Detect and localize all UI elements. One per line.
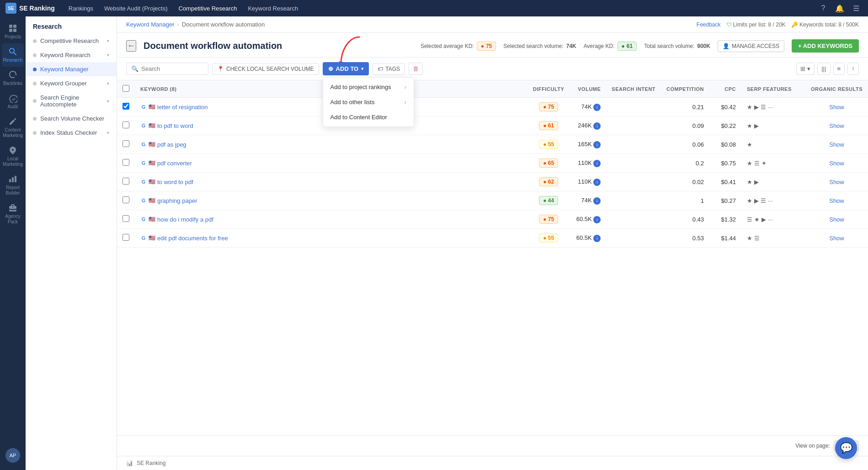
keyword-link[interactable]: graphing paper — [157, 197, 197, 204]
feedback-link[interactable]: Feedback — [697, 21, 721, 28]
chat-fab-button[interactable]: 💬 — [835, 437, 857, 459]
bottom-bar: 📊 SE Ranking — [117, 456, 868, 470]
dropdown-item-other-lists[interactable]: Add to other lists › — [323, 95, 414, 110]
chart-view-button[interactable]: ||| — [817, 63, 830, 75]
export-button[interactable]: ↑ — [847, 63, 859, 75]
logo[interactable]: SE SE Ranking — [5, 3, 55, 14]
sidebar-nav-keyword-research[interactable]: Keyword Research ▾ — [26, 48, 117, 62]
sidebar-item-audit[interactable]: Audit — [2, 90, 24, 113]
keyword-link[interactable]: how do i modify a pdf — [157, 216, 213, 223]
show-organic-link[interactable]: Show — [829, 179, 844, 185]
nav-competitive-research[interactable]: Competitive Research — [174, 0, 241, 16]
sidebar-nav-keyword-grouper[interactable]: Keyword Grouper ▾ — [26, 76, 117, 90]
info-icon[interactable]: i — [593, 179, 601, 186]
sidebar-item-projects[interactable]: Projects — [2, 20, 24, 43]
row-checkbox[interactable] — [122, 121, 129, 128]
th-intent[interactable]: SEARCH INTENT — [606, 80, 661, 98]
nav-website-audit[interactable]: Website Audit (Projects) — [100, 0, 172, 16]
help-icon[interactable]: ? — [817, 2, 830, 15]
sidebar-item-report[interactable]: Report Builder — [2, 171, 24, 200]
google-icon: G — [140, 122, 147, 129]
sidebar-nav-search-volume[interactable]: Search Volume Checker — [26, 111, 117, 126]
sidebar-nav-keyword-manager[interactable]: Keyword Manager — [26, 62, 117, 76]
notifications-icon[interactable]: 🔔 — [833, 2, 846, 15]
keyword-link[interactable]: to pdf to word — [157, 122, 193, 129]
check-local-search-volume-button[interactable]: 📍 CHECK LOCAL SEARCH VOLUME — [212, 63, 319, 75]
row-serp-cell: ★ — [741, 135, 805, 154]
add-keywords-button[interactable]: + ADD KEYWORDS — [792, 39, 859, 53]
th-organic[interactable]: ORGANIC RESULTS — [805, 80, 868, 98]
info-icon[interactable]: i — [593, 104, 601, 111]
sidebar-item-local[interactable]: Local Marketing — [2, 142, 24, 171]
row-competition-cell: 0.09 — [661, 116, 709, 135]
th-serp[interactable]: SERP FEATURES — [741, 80, 805, 98]
info-icon[interactable]: i — [593, 216, 601, 223]
info-icon[interactable]: i — [593, 122, 601, 130]
show-organic-link[interactable]: Show — [829, 141, 844, 148]
info-icon[interactable]: i — [593, 160, 601, 167]
row-checkbox[interactable] — [122, 215, 129, 222]
th-cpc[interactable]: CPC — [709, 80, 741, 98]
user-avatar[interactable]: AP — [5, 448, 20, 463]
row-competition-cell: 0.2 — [661, 154, 709, 173]
row-checkbox-cell — [117, 229, 135, 248]
select-all-checkbox[interactable] — [122, 85, 129, 92]
row-checkbox[interactable] — [122, 140, 129, 147]
show-organic-link[interactable]: Show — [829, 104, 844, 111]
google-icon: G — [140, 141, 147, 148]
keyword-link[interactable]: pdf converter — [157, 160, 192, 167]
info-icon[interactable]: i — [593, 141, 601, 148]
keyword-link[interactable]: pdf as jpeg — [157, 141, 186, 148]
info-icon[interactable]: i — [593, 235, 601, 242]
row-checkbox[interactable] — [122, 159, 129, 166]
add-to-button[interactable]: ⊕ ADD TO ▾ — [323, 62, 369, 75]
th-difficulty[interactable]: DIFFICULTY — [527, 80, 570, 98]
search-input[interactable] — [141, 65, 196, 72]
search-box[interactable]: 🔍 — [126, 63, 208, 75]
sidebar-nav-competitive[interactable]: Competitive Research ▾ — [26, 34, 117, 48]
filter-button[interactable]: ≡ — [833, 63, 845, 75]
breadcrumb-right: Feedback 🛡 Limits per list: 8 / 20K 🔑 Ke… — [697, 21, 859, 28]
google-icon: G — [140, 160, 147, 166]
nav-dot-search-volume — [33, 117, 37, 121]
serp-icons: ★ — [747, 141, 800, 148]
show-organic-link[interactable]: Show — [829, 216, 844, 223]
show-organic-link[interactable]: Show — [829, 122, 844, 129]
dropdown-item-content-editor[interactable]: Add to Content Editor — [323, 110, 414, 125]
difficulty-badge: ● 55 — [539, 233, 558, 243]
tags-button[interactable]: 🏷 TAGS — [373, 63, 405, 75]
sidebar-item-backlinks[interactable]: Backlinks — [2, 67, 24, 90]
nav-keyword-research[interactable]: Keyword Research — [243, 0, 303, 16]
show-organic-link[interactable]: Show — [829, 235, 844, 242]
row-checkbox[interactable] — [122, 234, 129, 241]
breadcrumb-parent[interactable]: Keyword Manager — [126, 21, 175, 28]
show-organic-link[interactable]: Show — [829, 197, 844, 204]
trash-icon: 🗑 — [413, 65, 419, 72]
back-button[interactable]: ← — [126, 40, 136, 52]
sidebar-nav-search-engine[interactable]: Search Engine Autocomplete ▾ — [26, 90, 117, 111]
row-checkbox[interactable] — [122, 178, 129, 185]
toolbar: 🔍 📍 CHECK LOCAL SEARCH VOLUME ⊕ ADD TO — [117, 58, 868, 80]
manage-access-button[interactable]: 👤 MANAGE ACCESS — [718, 40, 784, 52]
sidebar-item-agency[interactable]: Agency Pack — [2, 200, 24, 228]
sidebar-item-research[interactable]: Research — [2, 43, 24, 67]
sidebar-item-content[interactable]: Content Marketing — [2, 113, 24, 142]
nav-rankings[interactable]: Rankings — [64, 0, 98, 16]
row-checkbox[interactable] — [122, 103, 129, 110]
th-competition[interactable]: COMPETITION — [661, 80, 709, 98]
columns-button[interactable]: ⊞ ▾ — [796, 63, 815, 75]
keyword-link[interactable]: to word to pdf — [157, 179, 193, 185]
th-volume[interactable]: VOLUME — [570, 80, 606, 98]
menu-icon[interactable]: ☰ — [850, 2, 863, 15]
info-icon[interactable]: i — [593, 197, 601, 205]
row-cpc-cell: $0.08 — [709, 135, 741, 154]
chevron-right-icon-2: › — [405, 99, 406, 106]
dropdown-item-project-rankings[interactable]: Add to project rankings › — [323, 79, 414, 95]
keyword-link[interactable]: edit pdf documents for free — [157, 235, 228, 242]
show-organic-link[interactable]: Show — [829, 160, 844, 167]
delete-button[interactable]: 🗑 — [409, 63, 423, 75]
keyword-link[interactable]: letter of resignation — [157, 104, 208, 111]
nav-label-keyword-grouper: Keyword Grouper — [40, 80, 87, 87]
sidebar-nav-index-status[interactable]: Index Status Checker ▾ — [26, 126, 117, 140]
row-checkbox[interactable] — [122, 196, 129, 203]
